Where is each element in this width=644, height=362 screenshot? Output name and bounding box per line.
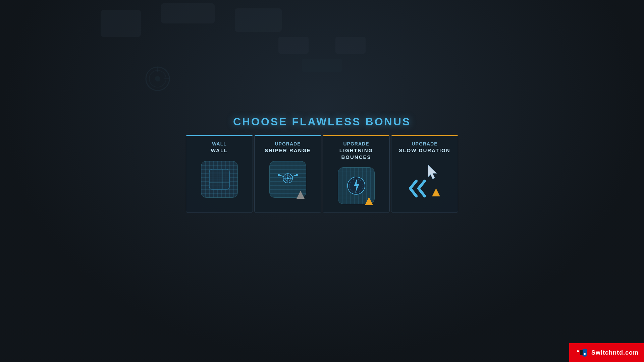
card-name-lightning: LIGHTNING BOUNCES xyxy=(327,147,385,160)
svg-rect-34 xyxy=(582,349,587,357)
svg-marker-30 xyxy=(428,165,437,179)
svg-point-33 xyxy=(577,350,579,352)
lightning-arrow xyxy=(364,196,374,207)
card-top-border-lightning xyxy=(323,135,389,136)
card-icon-area-slow xyxy=(405,159,445,199)
svg-point-23 xyxy=(296,174,298,176)
card-sniper-range[interactable]: Upgrade SNIPER RANGE xyxy=(254,135,321,213)
lightning-icon-svg xyxy=(344,174,368,197)
card-top-border-wall xyxy=(186,135,253,136)
sniper-icon-svg xyxy=(276,168,300,191)
card-icon-area-sniper xyxy=(268,159,308,199)
svg-rect-36 xyxy=(580,350,583,355)
card-top-border-sniper xyxy=(255,135,321,136)
chevron-icon-svg xyxy=(406,179,430,198)
svg-marker-29 xyxy=(365,197,373,205)
nintendo-badge: Switchntd.com xyxy=(569,343,644,362)
card-slow-duration[interactable]: Upgrade SLOW DURATION xyxy=(391,135,458,213)
svg-rect-32 xyxy=(575,349,581,357)
svg-point-24 xyxy=(287,177,289,179)
svg-marker-25 xyxy=(297,191,305,199)
cards-container: Wall WALL xyxy=(186,135,458,213)
card-type-wall: Wall xyxy=(212,141,227,146)
card-type-lightning: Upgrade xyxy=(343,141,369,146)
nintendo-text: Switchntd.com xyxy=(591,349,639,356)
modal-title: CHOOSE FLAWLESS BONUS xyxy=(233,116,411,128)
slow-arrow xyxy=(431,188,441,198)
svg-point-22 xyxy=(278,174,280,176)
card-type-slow: Upgrade xyxy=(412,141,437,146)
card-name-wall: WALL xyxy=(211,147,228,154)
cursor-icon-svg xyxy=(425,164,441,181)
card-type-sniper: Upgrade xyxy=(275,141,301,146)
card-name-slow: SLOW DURATION xyxy=(399,147,450,154)
card-name-sniper: SNIPER RANGE xyxy=(265,147,311,154)
card-lightning-bounces[interactable]: Upgrade LIGHTNING BOUNCES xyxy=(323,135,390,213)
card-top-border-slow xyxy=(391,135,458,136)
svg-marker-31 xyxy=(432,188,440,196)
card-icon-area-wall xyxy=(199,159,239,199)
wall-icon-svg xyxy=(208,168,231,191)
modal-container: CHOOSE FLAWLESS BONUS Wall WALL xyxy=(0,0,644,362)
card-wall[interactable]: Wall WALL xyxy=(186,135,253,213)
svg-point-35 xyxy=(584,353,586,355)
card-icon-area-lightning xyxy=(336,166,376,206)
wall-icon-bg xyxy=(201,161,238,198)
sniper-arrow xyxy=(296,190,305,201)
nintendo-logo-icon xyxy=(575,346,588,359)
